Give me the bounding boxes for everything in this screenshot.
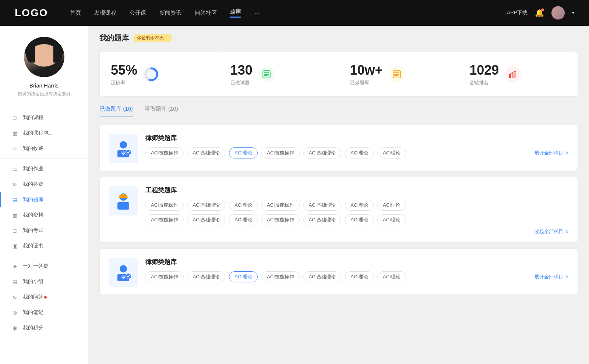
tab-done-banks[interactable]: 已做题库 (10) (99, 106, 133, 117)
bank-card-title-lawyer-2: 律师类题库 (145, 258, 569, 266)
law2-tag-5[interactable]: ACI理论 (345, 271, 374, 282)
stat-done-banks-label: 已做题库 (350, 79, 383, 86)
trial-badge: 体验剩余23天！ (133, 34, 172, 42)
answer-red-dot (44, 296, 47, 299)
law2-tag-0[interactable]: ACI技能操作 (145, 271, 184, 282)
tag-5[interactable]: ACI理论 (345, 147, 374, 158)
eng-tag-0[interactable]: ACI技能操作 (145, 200, 184, 211)
nav-more[interactable]: ··· (254, 10, 259, 16)
app-download-btn[interactable]: APP下载 (507, 10, 528, 16)
sidebar-item-my-exam[interactable]: ◻ 我的考试 (0, 223, 88, 238)
stat-correct-rate-value: 55% (111, 63, 137, 78)
sidebar-item-my-course[interactable]: ◻ 我的课程 (0, 110, 88, 125)
expand-link-lawyer-2[interactable]: 展开全部科目 ∨ (527, 274, 569, 280)
nav-menu: 首页 发现课程 公开课 新闻资讯 问答社区 题库 ··· (70, 8, 507, 18)
nav-home[interactable]: 首页 (70, 10, 81, 17)
svg-rect-14 (514, 71, 516, 78)
law2-tag-2-active[interactable]: ACI理论 (229, 271, 258, 282)
eng-tag2-4[interactable]: ACI基础理论 (303, 214, 342, 225)
eng-tag2-5[interactable]: ACI理论 (345, 214, 374, 225)
nav-news[interactable]: 新闻资讯 (159, 10, 181, 17)
bank-card-icon-engineer (109, 186, 138, 215)
points-icon: ◉ (11, 324, 18, 332)
eng-tag-4[interactable]: ACI基础理论 (303, 200, 342, 211)
sidebar-item-my-notes[interactable]: ◎ 我的笔记 (0, 305, 88, 320)
tab-available-banks[interactable]: 可做题库 (10) (145, 106, 178, 117)
ranking-icon (505, 66, 521, 82)
answer-icon: ⊙ (11, 293, 18, 301)
navbar: LOGO 首页 发现课程 公开课 新闻资讯 问答社区 题库 ··· APP下载 … (0, 0, 589, 26)
expand-link-lawyer-1[interactable]: 展开全部科目 ∨ (527, 150, 569, 156)
menu-divider-1 (0, 158, 88, 159)
stat-ranking-value: 1029 (469, 63, 499, 78)
nav-bank[interactable]: 题库 (230, 8, 241, 18)
eng-tag-2[interactable]: ACI理论 (229, 200, 258, 211)
sidebar-item-my-cert[interactable]: ▣ 我的证书 (0, 238, 88, 254)
law2-tag-3[interactable]: ACI技能操作 (261, 271, 300, 282)
svg-rect-12 (509, 74, 511, 78)
sidebar-item-my-qa[interactable]: ⊙ 我的答疑 (0, 176, 88, 192)
sidebar-item-my-collect[interactable]: ☆ 我的收藏 (0, 141, 88, 156)
notification-dot (541, 8, 544, 11)
sidebar-item-one-on-one[interactable]: ◈ 一对一答疑 (0, 258, 88, 274)
eng-tag-6[interactable]: ACI理论 (377, 200, 406, 211)
tag-6[interactable]: ACI理论 (377, 147, 406, 158)
stat-done-questions: 130 已做试题 (219, 52, 339, 96)
sidebar-item-my-bank[interactable]: ▤ 我的题库 (0, 192, 88, 207)
svg-point-16 (120, 141, 127, 149)
user-avatar (24, 37, 64, 77)
eng-tag-3[interactable]: ACI技能操作 (261, 200, 300, 211)
page-header: 我的题库 体验剩余23天！ (99, 33, 578, 43)
law2-tag-1[interactable]: ACI基础理论 (187, 271, 226, 282)
stat-ranking-label: 全站排名 (469, 79, 499, 86)
main-content: 我的题库 体验剩余23天！ 55% 正确率 (88, 26, 589, 364)
nav-discover[interactable]: 发现课程 (94, 10, 116, 17)
sidebar-item-my-points[interactable]: ◉ 我的积分 (0, 320, 88, 336)
svg-rect-25 (119, 197, 128, 198)
bank-card-engineer: 工程类题库 ACI技能操作 ACI基础理论 ACI理论 ACI技能操作 ACI基… (99, 177, 578, 243)
sidebar: Brian Harris 错误的决定比没有决定要好 ◻ 我的课程 ▦ 我的课程包… (0, 26, 88, 364)
qa-icon: ⊙ (11, 181, 18, 188)
eng-tag2-3[interactable]: ACI技能操作 (261, 214, 300, 225)
homework-icon: ☷ (11, 165, 18, 172)
user-avatar-nav[interactable] (551, 6, 565, 19)
collapse-link-engineer[interactable]: 收起全部科目 ∧ (145, 228, 569, 235)
bank-card-title-lawyer-1: 律师类题库 (145, 134, 569, 142)
eng-tag-5[interactable]: ACI理论 (345, 200, 374, 211)
logo[interactable]: LOGO (15, 7, 48, 19)
tag-4[interactable]: ACI基础理论 (303, 147, 342, 158)
law2-tag-4[interactable]: ACI基础理论 (303, 271, 342, 282)
tag-1[interactable]: ACI基础理论 (187, 147, 226, 158)
sidebar-item-my-profile[interactable]: ▦ 我的资料 (0, 207, 88, 223)
notification-bell[interactable]: 🔔 (535, 8, 544, 17)
tag-0[interactable]: ACI技能操作 (145, 147, 184, 158)
one-on-one-icon: ◈ (11, 263, 18, 270)
eng-tag-1[interactable]: ACI基础理论 (187, 200, 226, 211)
eng-tag2-6[interactable]: ACI理论 (377, 214, 406, 225)
sidebar-item-my-group[interactable]: ▤ 我的小组 (0, 274, 88, 289)
sidebar-item-my-answer[interactable]: ⊙ 我的问答 (0, 289, 88, 305)
eng-tag2-2[interactable]: ACI理论 (229, 214, 258, 225)
notes-icon: ◎ (11, 309, 18, 316)
sidebar-item-my-course-pack[interactable]: ▦ 我的课程包... (0, 125, 88, 141)
profile-icon: ▦ (11, 211, 18, 219)
user-menu-chevron[interactable]: ▾ (572, 10, 574, 15)
correct-rate-icon (143, 66, 159, 82)
eng-tag2-1[interactable]: ACI基础理论 (187, 214, 226, 225)
menu-divider-2 (0, 256, 88, 256)
tags-row-lawyer-2: ACI技能操作 ACI基础理论 ACI理论 ACI技能操作 ACI基础理论 AC… (145, 271, 569, 282)
stat-ranking: 1029 全站排名 (458, 52, 578, 96)
nav-qa[interactable]: 问答社区 (195, 10, 217, 17)
sidebar-item-my-homework[interactable]: ☷ 我的作业 (0, 161, 88, 176)
stat-done-banks-value: 10w+ (350, 63, 383, 78)
tag-2-active[interactable]: ACI理论 (229, 147, 258, 158)
done-questions-icon (258, 66, 275, 82)
stats-row: 55% 正确率 130 已做试题 (99, 52, 578, 97)
nav-open[interactable]: 公开课 (130, 10, 146, 17)
bank-card-icon-lawyer-1 (109, 134, 138, 163)
eng-tag2-0[interactable]: ACI技能操作 (145, 214, 184, 225)
law2-tag-6[interactable]: ACI理论 (377, 271, 406, 282)
tag-3[interactable]: ACI技能操作 (261, 147, 300, 158)
collect-icon: ☆ (11, 145, 18, 152)
stat-correct-rate-label: 正确率 (111, 79, 137, 86)
